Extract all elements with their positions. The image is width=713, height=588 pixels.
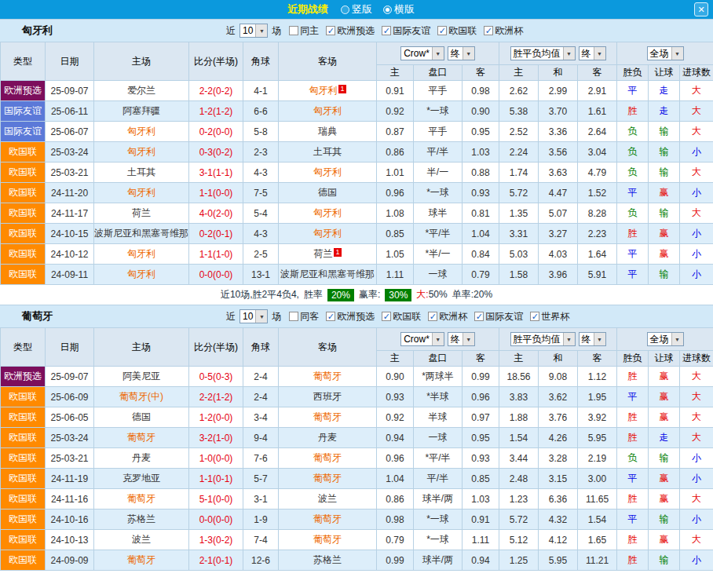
result-handicap: 输 xyxy=(649,122,680,142)
league-badge: 欧国联 xyxy=(1,203,46,224)
odds-stage-select[interactable]: 终 xyxy=(448,332,475,346)
result-outcome: 胜 xyxy=(617,407,649,428)
subcol-avg-away: 客 xyxy=(578,351,617,367)
score: 3-1(1-1) xyxy=(189,163,243,183)
home-odds: 0.86 xyxy=(377,489,414,509)
result-goals: 大 xyxy=(680,489,713,509)
league-badge: 欧国联 xyxy=(1,469,46,489)
team-name: 葡萄牙 xyxy=(127,432,155,443)
avg-home: 5.72 xyxy=(499,509,539,530)
checkbox-checked-icon[interactable] xyxy=(326,26,335,35)
away-odds: 1.04 xyxy=(463,224,499,244)
home-team: 匈牙利 xyxy=(94,265,189,285)
away-team: 丹麦 xyxy=(279,428,377,448)
team-name: 丹麦 xyxy=(318,432,337,443)
corners: 2-4 xyxy=(243,387,279,407)
result-goals: 大 xyxy=(680,428,713,448)
team-name: 葡萄牙 xyxy=(313,411,342,422)
filter-option[interactable]: 国际友谊 xyxy=(382,24,430,38)
result-handicap: 赢 xyxy=(649,469,680,489)
filter-option[interactable]: 欧洲预选 xyxy=(326,24,375,38)
result-handicap: 赢 xyxy=(649,489,680,509)
filter-option[interactable]: 国际友谊 xyxy=(474,310,523,323)
match-row: 欧国联25-03-21丹麦1-0(0-0)7-6葡萄牙0.96*平/半0.933… xyxy=(1,448,713,469)
filter-option-label: 欧国联 xyxy=(448,24,477,38)
checkbox-unchecked-icon[interactable] xyxy=(289,312,298,321)
team-name: 匈牙利 xyxy=(127,126,155,137)
away-team: 波兰 xyxy=(279,489,377,509)
checkbox-checked-icon[interactable] xyxy=(530,312,539,321)
home-odds: 1.05 xyxy=(377,244,414,265)
radio-horizontal-icon[interactable] xyxy=(383,5,392,14)
avg-stage-select[interactable]: 终 xyxy=(579,46,606,60)
avg-away: 1.54 xyxy=(578,509,617,530)
result-handicap: 输 xyxy=(649,142,680,163)
subcol-handicap-result: 让球 xyxy=(649,351,680,367)
checkbox-checked-icon[interactable] xyxy=(484,26,493,35)
team-name: 苏格兰 xyxy=(127,513,155,524)
summary-record: 近10场,胜2平4负4, xyxy=(221,288,299,301)
filter-option[interactable]: 欧国联 xyxy=(382,310,421,323)
home-odds: 1.01 xyxy=(377,163,414,183)
league-badge: 欧国联 xyxy=(1,224,46,244)
home-odds: 0.86 xyxy=(377,142,414,163)
match-row: 欧洲预选25-09-07爱尔兰2-2(0-2)4-1匈牙利10.91平手0.98… xyxy=(1,81,713,101)
scope-select[interactable]: 全场 xyxy=(647,46,684,60)
checkbox-checked-icon[interactable] xyxy=(437,26,447,35)
avg-stage-select[interactable]: 终 xyxy=(579,332,606,346)
corners: 7-4 xyxy=(243,530,279,550)
filter-option[interactable]: 欧洲预选 xyxy=(326,310,375,323)
filter-option[interactable]: 世界杯 xyxy=(530,310,569,323)
scope-select[interactable]: 全场 xyxy=(647,332,684,346)
filter-option[interactable]: 同主 xyxy=(289,24,319,38)
home-odds: 0.87 xyxy=(377,122,414,142)
match-date: 25-06-05 xyxy=(46,407,94,428)
subcol-home-odds: 主 xyxy=(377,351,414,367)
avg-away: 1.52 xyxy=(578,183,617,203)
odds-company-select[interactable]: Crow* xyxy=(400,332,444,346)
checkbox-checked-icon[interactable] xyxy=(474,312,484,321)
home-odds: 0.96 xyxy=(377,448,414,469)
away-team: 匈牙利1 xyxy=(279,81,377,101)
avg-type-select[interactable]: 胜平负均值 xyxy=(510,332,576,346)
odds-stage-select[interactable]: 终 xyxy=(448,46,475,60)
avg-draw: 3.56 xyxy=(539,142,578,163)
home-team: 匈牙利 xyxy=(94,244,189,265)
portugal-section-header: 葡萄牙 近 10 场 同客欧洲预选欧国联欧洲杯国际友谊世界杯 xyxy=(0,305,713,327)
summary-big-rate: 大:50% xyxy=(416,288,447,301)
scope-group-header: 全场 xyxy=(617,328,713,351)
filter-option[interactable]: 欧洲杯 xyxy=(484,24,523,38)
team-name: 德国 xyxy=(132,411,151,422)
league-badge: 欧国联 xyxy=(1,509,46,530)
summary-single-rate: 单率:20% xyxy=(452,288,492,301)
close-icon[interactable]: ✕ xyxy=(694,2,708,16)
handicap: 球半/两 xyxy=(414,489,463,509)
odds-company-select[interactable]: Crow* xyxy=(400,46,444,60)
layout-horizontal-option[interactable]: 横版 xyxy=(383,2,415,16)
team-name: 匈牙利 xyxy=(313,228,342,239)
avg-home: 5.12 xyxy=(499,530,539,550)
home-team: 波兰 xyxy=(94,530,189,550)
team-name: 葡萄牙 xyxy=(127,493,155,504)
recent-count-select[interactable]: 10 xyxy=(239,24,268,38)
recent-count-select[interactable]: 10 xyxy=(239,309,268,323)
filter-option-label: 世界杯 xyxy=(541,310,569,323)
away-odds: 0.79 xyxy=(463,265,499,285)
home-team: 葡萄牙 xyxy=(94,489,189,509)
filter-option[interactable]: 同客 xyxy=(289,310,319,323)
recent-count-value: 10 xyxy=(240,310,255,323)
result-handicap: 赢 xyxy=(649,183,680,203)
layout-vertical-option[interactable]: 竖版 xyxy=(341,2,372,16)
avg-away: 1.65 xyxy=(578,530,617,550)
checkbox-unchecked-icon[interactable] xyxy=(289,26,298,35)
home-team: 葡萄牙(中) xyxy=(94,387,189,407)
checkbox-checked-icon[interactable] xyxy=(326,312,335,321)
radio-vertical-icon[interactable] xyxy=(341,5,349,14)
filter-option[interactable]: 欧国联 xyxy=(437,24,477,38)
filter-option[interactable]: 欧洲杯 xyxy=(428,310,467,323)
avg-type-select[interactable]: 胜平负均值 xyxy=(510,46,576,60)
match-row: 欧国联24-11-20匈牙利1-1(0-0)7-5德国0.96*一球0.935.… xyxy=(1,183,713,203)
checkbox-checked-icon[interactable] xyxy=(382,26,391,35)
checkbox-checked-icon[interactable] xyxy=(428,312,437,321)
checkbox-checked-icon[interactable] xyxy=(382,312,391,321)
